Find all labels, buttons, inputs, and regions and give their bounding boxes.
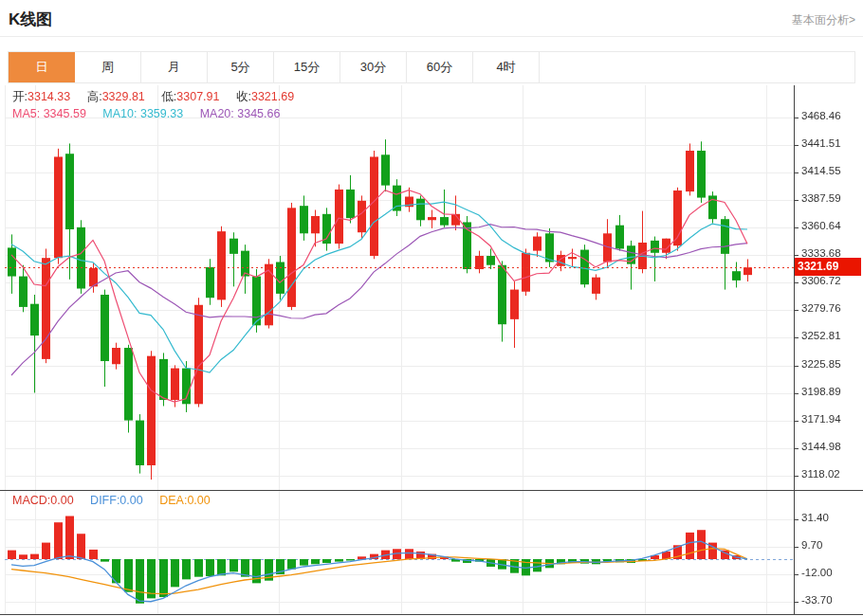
- macd-y-axis-label: 9.70: [801, 539, 860, 551]
- high-value: 3329.81: [102, 90, 145, 103]
- last-price-badge: 3321.69: [795, 258, 861, 276]
- y-axis-label: 3387.59: [801, 192, 860, 204]
- close-value: 3321.69: [251, 90, 294, 103]
- macd-value: 0.00: [50, 494, 73, 507]
- ma20-value: 3345.66: [237, 107, 280, 120]
- ma20-item: MA20: 3345.66: [200, 107, 281, 120]
- y-axis-label: 3306.72: [801, 275, 860, 286]
- y-axis-label: 3225.85: [801, 358, 860, 370]
- diff-item: DIFF:0.00: [90, 494, 143, 507]
- ma5-item: MA5: 3345.59: [12, 107, 86, 120]
- tab-4hour[interactable]: 4时: [473, 52, 540, 82]
- y-axis-label: 3118.02: [801, 468, 860, 480]
- macd-legend: MACD:0.00 DIFF:0.00 DEA:0.00: [12, 494, 224, 507]
- kline-page: K线图 基本面分析> 日周月5分15分30分60分4时 开:3314.33 高:…: [0, 0, 863, 616]
- ma10-item: MA10: 3359.33: [102, 107, 183, 120]
- y-axis-label: 3198.89: [801, 386, 860, 397]
- timeframe-tabbar: 日周月5分15分30分60分4时: [8, 51, 855, 83]
- ma5-value: 3345.59: [44, 107, 86, 120]
- kline-chart-canvas[interactable]: [0, 85, 863, 616]
- open-item: 开:3314.33: [12, 90, 70, 103]
- tab-day[interactable]: 日: [9, 52, 75, 82]
- tab-week[interactable]: 周: [75, 52, 141, 82]
- macd-y-axis-label: -33.70: [801, 594, 860, 606]
- low-item: 低:3307.91: [161, 90, 219, 103]
- y-axis-label: 3279.76: [801, 302, 860, 314]
- dea-item: DEA:0.00: [159, 494, 211, 507]
- tab-30min[interactable]: 30分: [340, 52, 407, 82]
- dea-value: 0.00: [187, 494, 210, 507]
- macd-y-axis-label: -12.00: [801, 567, 860, 578]
- y-axis-label: 3360.64: [801, 220, 860, 231]
- ma-legend: MA5: 3345.59 MA10: 3359.33 MA20: 3345.66: [12, 107, 293, 120]
- y-axis-label: 3468.46: [801, 110, 860, 121]
- tab-60min[interactable]: 60分: [407, 52, 473, 82]
- low-value: 3307.91: [176, 90, 219, 103]
- macd-y-axis-label: 31.40: [801, 512, 860, 523]
- y-axis-label: 3414.55: [801, 165, 860, 176]
- y-axis-label: 3441.51: [801, 137, 860, 149]
- macd-item: MACD:0.00: [12, 494, 74, 507]
- open-value: 3314.33: [28, 90, 70, 103]
- tabbar-filler: [540, 52, 854, 82]
- diff-value: 0.00: [119, 494, 142, 507]
- y-axis-label: 3144.98: [801, 441, 860, 452]
- header-divider: [0, 36, 863, 37]
- tab-15min[interactable]: 15分: [274, 52, 340, 82]
- close-item: 收:3321.69: [236, 90, 294, 103]
- y-axis-label: 3171.94: [801, 413, 860, 425]
- tab-month[interactable]: 月: [141, 52, 208, 82]
- fundamental-analysis-link[interactable]: 基本面分析>: [792, 12, 855, 28]
- page-title: K线图: [9, 9, 52, 30]
- tab-5min[interactable]: 5分: [208, 52, 274, 82]
- y-axis-label: 3252.81: [801, 330, 860, 341]
- ma10-value: 3359.33: [140, 107, 183, 120]
- high-item: 高:3329.81: [87, 90, 145, 103]
- ohlc-legend: 开:3314.33 高:3329.81 低:3307.91 收:3321.69: [12, 89, 307, 105]
